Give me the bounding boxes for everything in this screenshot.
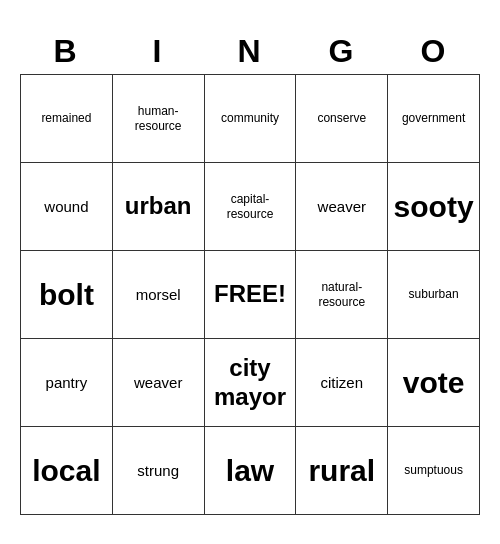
- cell-text-5: wound: [44, 198, 88, 216]
- cell-text-4: government: [402, 111, 465, 125]
- bingo-cell-24: sumptuous: [388, 427, 480, 515]
- cell-text-10: bolt: [39, 277, 94, 313]
- header-letter-O: O: [388, 29, 480, 74]
- cell-text-15: pantry: [46, 374, 88, 392]
- cell-text-13: natural- resource: [318, 280, 365, 309]
- bingo-header: BINGO: [20, 29, 480, 74]
- cell-text-11: morsel: [136, 286, 181, 304]
- bingo-cell-14: suburban: [388, 251, 480, 339]
- bingo-cell-18: citizen: [296, 339, 388, 427]
- cell-text-20: local: [32, 453, 100, 489]
- bingo-cell-13: natural- resource: [296, 251, 388, 339]
- bingo-cell-8: weaver: [296, 163, 388, 251]
- bingo-cell-10: bolt: [21, 251, 113, 339]
- bingo-cell-19: vote: [388, 339, 480, 427]
- cell-text-1: human- resource: [135, 104, 182, 133]
- cell-text-17: city mayor: [214, 354, 286, 412]
- cell-text-16: weaver: [134, 374, 182, 392]
- cell-text-24: sumptuous: [404, 463, 463, 477]
- bingo-card: BINGO remainedhuman- resourcecommunityco…: [20, 29, 480, 515]
- bingo-cell-16: weaver: [113, 339, 205, 427]
- bingo-cell-6: urban: [113, 163, 205, 251]
- cell-text-8: weaver: [318, 198, 366, 216]
- bingo-cell-0: remained: [21, 75, 113, 163]
- bingo-cell-12: FREE!: [205, 251, 297, 339]
- header-letter-I: I: [112, 29, 204, 74]
- cell-text-23: rural: [308, 453, 375, 489]
- bingo-cell-5: wound: [21, 163, 113, 251]
- cell-text-21: strung: [137, 462, 179, 480]
- cell-text-18: citizen: [321, 374, 364, 392]
- bingo-cell-4: government: [388, 75, 480, 163]
- bingo-cell-3: conserve: [296, 75, 388, 163]
- bingo-cell-7: capital- resource: [205, 163, 297, 251]
- header-letter-N: N: [204, 29, 296, 74]
- cell-text-19: vote: [403, 365, 465, 401]
- bingo-cell-11: morsel: [113, 251, 205, 339]
- cell-text-9: sooty: [394, 189, 474, 225]
- bingo-grid: remainedhuman- resourcecommunityconserve…: [20, 74, 480, 515]
- header-letter-B: B: [20, 29, 112, 74]
- cell-text-6: urban: [125, 192, 192, 221]
- bingo-cell-21: strung: [113, 427, 205, 515]
- bingo-cell-9: sooty: [388, 163, 480, 251]
- cell-text-12: FREE!: [214, 280, 286, 309]
- cell-text-3: conserve: [317, 111, 366, 125]
- bingo-cell-22: law: [205, 427, 297, 515]
- cell-text-0: remained: [41, 111, 91, 125]
- bingo-cell-17: city mayor: [205, 339, 297, 427]
- bingo-cell-1: human- resource: [113, 75, 205, 163]
- bingo-cell-2: community: [205, 75, 297, 163]
- bingo-cell-23: rural: [296, 427, 388, 515]
- bingo-cell-15: pantry: [21, 339, 113, 427]
- cell-text-14: suburban: [409, 287, 459, 301]
- header-letter-G: G: [296, 29, 388, 74]
- bingo-cell-20: local: [21, 427, 113, 515]
- cell-text-22: law: [226, 453, 274, 489]
- cell-text-7: capital- resource: [227, 192, 274, 221]
- cell-text-2: community: [221, 111, 279, 125]
